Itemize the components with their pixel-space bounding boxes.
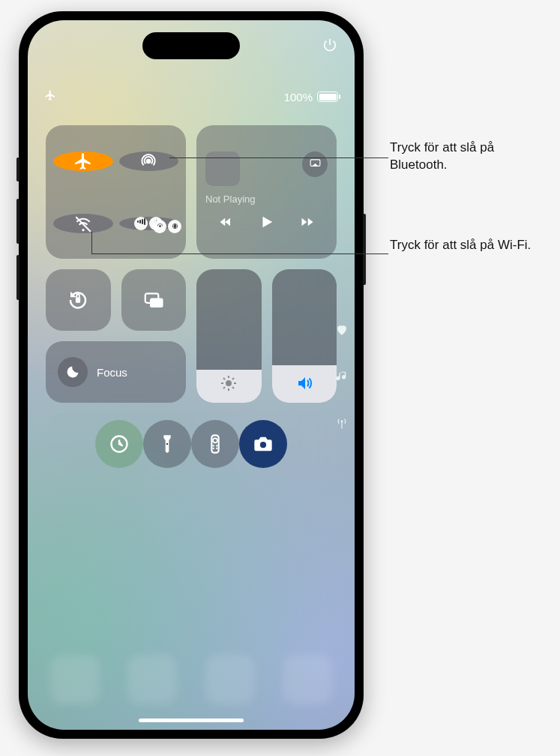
airplane-mode-status-icon: [44, 89, 56, 104]
screen: 100%: [28, 20, 355, 730]
orientation-lock-icon: [67, 289, 89, 311]
cellular-icon: [134, 217, 148, 230]
side-button[interactable]: [363, 214, 366, 285]
volume-icon: [295, 374, 313, 392]
forward-icon: [299, 215, 316, 229]
forward-button[interactable]: [299, 215, 316, 232]
svg-rect-5: [76, 297, 80, 303]
airdrop-icon: [139, 152, 158, 171]
antenna-icon: [335, 416, 349, 430]
svg-line-15: [232, 378, 234, 380]
cellular-bluetooth-toggle[interactable]: [119, 217, 179, 230]
remote-icon: [205, 434, 226, 454]
home-indicator[interactable]: [139, 718, 244, 722]
callout-bluetooth: Tryck för att slå på Bluetooth.: [390, 140, 547, 174]
dock-blur: [50, 655, 332, 704]
camera-button[interactable]: [239, 420, 287, 468]
battery-percentage: 100%: [284, 91, 313, 104]
apple-tv-remote-button[interactable]: [191, 420, 239, 468]
callout-wifi-text: Tryck för att slå på Wi-Fi.: [390, 238, 531, 252]
orientation-lock-toggle[interactable]: [46, 269, 111, 331]
control-center: Not Playing: [46, 125, 337, 475]
svg-point-18: [166, 443, 168, 445]
flashlight-button[interactable]: [143, 420, 191, 468]
battery-status: 100%: [284, 91, 338, 104]
airplay-button[interactable]: [302, 152, 328, 177]
status-bar: 100%: [44, 89, 338, 104]
svg-line-14: [232, 387, 234, 388]
connectivity-group[interactable]: [46, 125, 186, 259]
dynamic-island: [142, 32, 240, 59]
iphone-frame: 100%: [19, 11, 364, 739]
rewind-icon: [217, 215, 234, 229]
focus-button[interactable]: Focus: [46, 341, 186, 403]
svg-point-22: [216, 445, 217, 446]
svg-point-20: [213, 438, 217, 442]
satellite-icon: [168, 220, 181, 233]
airdrop-toggle[interactable]: [119, 152, 179, 171]
timer-icon: [109, 434, 130, 454]
svg-point-26: [341, 420, 343, 422]
callout-wifi: Tryck för att slå på Wi-Fi.: [390, 237, 547, 254]
timer-button[interactable]: [95, 420, 143, 468]
wifi-toggle[interactable]: [53, 214, 113, 233]
battery-icon: [317, 92, 338, 102]
flashlight-icon: [157, 434, 178, 454]
svg-point-8: [226, 380, 232, 386]
volume-slider[interactable]: [272, 269, 337, 403]
media-title: Not Playing: [205, 194, 328, 205]
wifi-off-icon: [73, 214, 93, 233]
callout-bluetooth-text: Tryck för att slå på Bluetooth.: [390, 140, 494, 172]
do-not-disturb-icon: [65, 364, 80, 380]
brightness-icon: [220, 374, 238, 392]
svg-point-23: [213, 448, 214, 449]
focus-label: Focus: [97, 366, 127, 379]
volume-down-button[interactable]: [16, 255, 19, 300]
airplane-icon: [73, 152, 93, 171]
airplay-icon: [309, 158, 322, 170]
screen-mirroring-button[interactable]: [121, 269, 187, 331]
hotspot-icon: [153, 220, 166, 233]
brightness-slider[interactable]: [196, 269, 262, 403]
svg-point-2: [159, 225, 161, 227]
control-center-page-indicators[interactable]: [335, 323, 349, 430]
volume-up-button[interactable]: [16, 199, 19, 244]
music-note-icon: [335, 370, 349, 383]
airplane-mode-toggle[interactable]: [53, 152, 113, 171]
svg-rect-7: [150, 298, 163, 308]
power-button[interactable]: [322, 37, 338, 56]
media-controls[interactable]: Not Playing: [196, 125, 337, 259]
action-button[interactable]: [16, 158, 19, 182]
screen-mirror-icon: [142, 289, 165, 311]
play-button[interactable]: [258, 214, 274, 233]
svg-point-21: [213, 445, 214, 446]
power-icon: [322, 37, 338, 53]
heart-icon: [335, 323, 349, 337]
camera-icon: [253, 434, 274, 454]
svg-line-13: [223, 378, 225, 380]
play-icon: [258, 214, 274, 230]
svg-point-0: [146, 158, 151, 164]
shortcuts-row: [46, 413, 337, 475]
rewind-button[interactable]: [217, 215, 234, 232]
svg-point-24: [216, 448, 217, 449]
svg-point-25: [260, 442, 266, 448]
svg-line-16: [223, 387, 225, 388]
album-art-placeholder: [205, 152, 240, 186]
